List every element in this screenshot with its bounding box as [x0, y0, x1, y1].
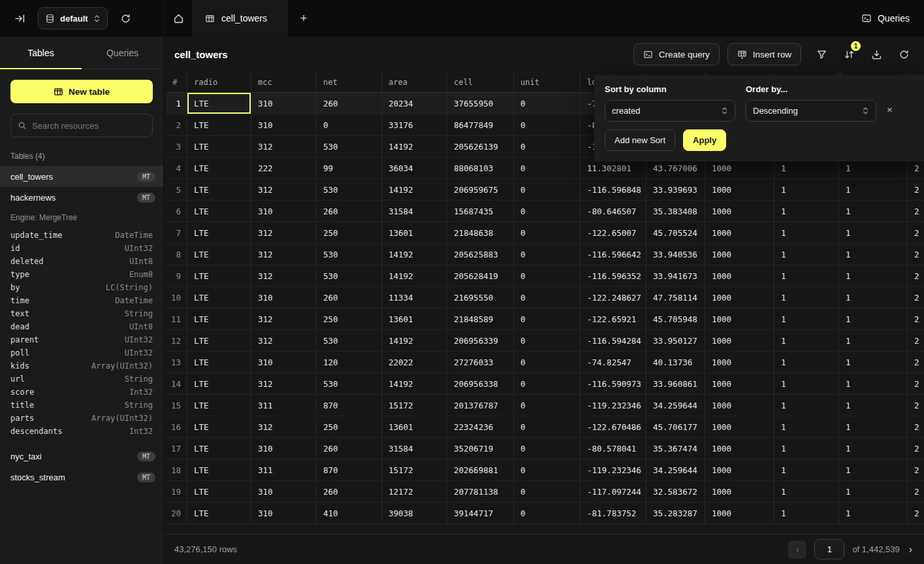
cell[interactable]: 1000 [705, 201, 774, 222]
cell[interactable]: 310 [251, 114, 317, 136]
cell[interactable]: 1 [774, 244, 839, 265]
cell[interactable]: -122.670486 [581, 416, 646, 438]
apply-sort-button[interactable]: Apply [683, 129, 726, 151]
cell[interactable]: 1 [839, 459, 908, 481]
cell[interactable]: 1000 [705, 503, 774, 524]
cell[interactable]: 22022 [382, 352, 447, 373]
row-number[interactable]: 19 [167, 481, 187, 503]
cell[interactable]: 1 [774, 416, 839, 438]
cell[interactable]: -80.646507 [581, 201, 646, 222]
cell[interactable]: 2 [908, 222, 924, 244]
new-table-button[interactable]: New table [10, 80, 153, 103]
cell[interactable]: 1000 [705, 438, 774, 459]
cell[interactable]: 1 [774, 373, 839, 395]
cell[interactable]: 13601 [382, 222, 447, 244]
cell[interactable]: -116.596848 [581, 179, 646, 201]
sort-column-select[interactable]: created [605, 100, 735, 122]
cell[interactable]: 1000 [705, 244, 774, 265]
cell[interactable]: 205626139 [447, 136, 514, 158]
row-number[interactable]: 4 [167, 158, 187, 179]
cell[interactable]: 1 [839, 308, 908, 330]
cell[interactable]: -80.578041 [581, 438, 646, 459]
cell[interactable]: 1 [774, 330, 839, 352]
cell[interactable]: 870 [317, 395, 382, 416]
cell[interactable]: LTE [187, 308, 251, 330]
cell[interactable]: -119.232346 [581, 459, 646, 481]
cell[interactable]: 260 [317, 93, 382, 114]
cell[interactable]: 0 [514, 438, 581, 459]
cell[interactable]: 530 [317, 136, 382, 158]
cell[interactable]: 99 [317, 158, 382, 179]
cell[interactable]: 2 [908, 330, 924, 352]
create-query-button[interactable]: Create query [633, 43, 720, 65]
cell[interactable]: 0 [514, 481, 581, 503]
cell[interactable]: 45.706177 [646, 416, 705, 438]
cell[interactable]: 21848638 [447, 222, 514, 244]
cell[interactable]: 33.939693 [646, 179, 705, 201]
cell[interactable]: 312 [251, 330, 317, 352]
row-number[interactable]: 8 [167, 244, 187, 265]
cell[interactable]: -116.596642 [581, 244, 646, 265]
cell[interactable]: 1 [839, 352, 908, 373]
cell[interactable]: 250 [317, 416, 382, 438]
cell[interactable]: 310 [251, 201, 317, 222]
cell[interactable]: 13601 [382, 416, 447, 438]
cell[interactable]: 0 [514, 158, 581, 179]
sort-order-select[interactable]: Descending [746, 100, 876, 122]
cell[interactable]: 206959675 [447, 179, 514, 201]
home-tab-icon[interactable] [164, 0, 193, 37]
cell[interactable]: LTE [187, 287, 251, 308]
cell[interactable]: LTE [187, 373, 251, 395]
row-number[interactable]: 7 [167, 222, 187, 244]
cell[interactable]: 31584 [382, 438, 447, 459]
cell[interactable]: 0 [514, 416, 581, 438]
cell[interactable]: 1 [839, 481, 908, 503]
cell[interactable]: 0 [514, 503, 581, 524]
cell[interactable]: LTE [187, 330, 251, 352]
cell[interactable]: 0 [514, 244, 581, 265]
cell[interactable]: 1 [774, 201, 839, 222]
prev-page-icon[interactable]: ‹ [788, 540, 806, 559]
cell[interactable]: -116.590973 [581, 373, 646, 395]
cell[interactable]: 1000 [705, 179, 774, 201]
row-number[interactable]: 3 [167, 136, 187, 158]
cell[interactable]: 1000 [705, 287, 774, 308]
cell[interactable]: 206956338 [447, 373, 514, 395]
cell[interactable]: 2 [908, 179, 924, 201]
cell[interactable]: 870 [317, 459, 382, 481]
cell[interactable]: 2 [908, 201, 924, 222]
cell[interactable]: 35.283287 [646, 503, 705, 524]
cell[interactable]: 2 [908, 352, 924, 373]
cell[interactable]: 14192 [382, 330, 447, 352]
cell[interactable]: 2 [908, 416, 924, 438]
cell[interactable]: 2 [908, 308, 924, 330]
cell[interactable]: -81.783752 [581, 503, 646, 524]
cell[interactable]: 2 [908, 265, 924, 287]
cell[interactable]: 222 [251, 158, 317, 179]
cell[interactable]: 120 [317, 352, 382, 373]
cell[interactable]: 250 [317, 222, 382, 244]
cell[interactable]: 0 [514, 287, 581, 308]
cell[interactable]: 35206719 [447, 438, 514, 459]
cell[interactable]: 1 [774, 438, 839, 459]
cell[interactable]: 1 [774, 308, 839, 330]
cell[interactable]: 15687435 [447, 201, 514, 222]
cell[interactable]: 311 [251, 459, 317, 481]
cell[interactable]: 1 [839, 395, 908, 416]
cell[interactable]: 32.583672 [646, 481, 705, 503]
cell[interactable]: 47.758114 [646, 287, 705, 308]
cell[interactable]: 35.367474 [646, 438, 705, 459]
cell[interactable]: 1 [839, 265, 908, 287]
cell[interactable]: 201376787 [447, 395, 514, 416]
cell[interactable]: 14192 [382, 136, 447, 158]
next-page-icon[interactable]: › [908, 544, 914, 556]
cell[interactable]: 27276033 [447, 352, 514, 373]
cell[interactable]: 260 [317, 201, 382, 222]
cell[interactable]: 1 [839, 179, 908, 201]
column-header[interactable]: mcc [251, 72, 317, 93]
insert-row-button[interactable]: Insert row [727, 43, 801, 65]
column-header[interactable]: area [382, 72, 447, 93]
cell[interactable]: 1 [839, 373, 908, 395]
cell[interactable]: 530 [317, 330, 382, 352]
cell[interactable]: 530 [317, 244, 382, 265]
